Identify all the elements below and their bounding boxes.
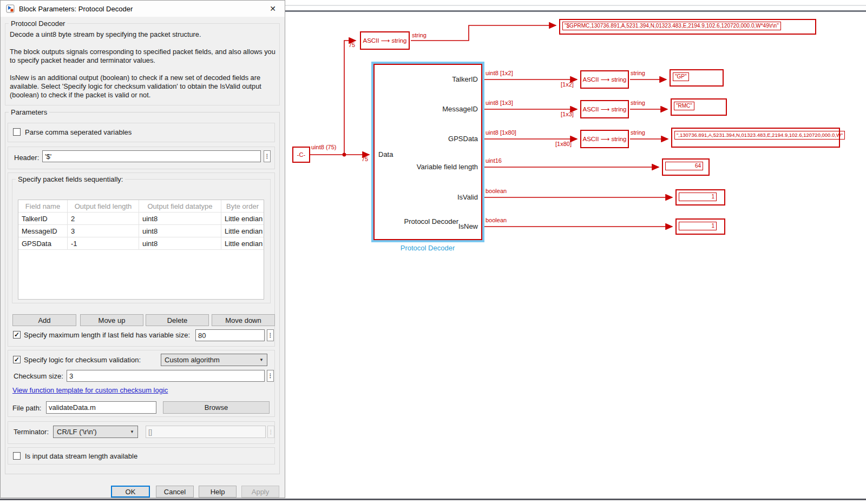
ascii-to-string-block-messageid[interactable]: ASCII ⟶ string [580, 100, 629, 118]
port-messageid: MessageID [442, 105, 478, 113]
cancel-button[interactable]: Cancel [156, 486, 194, 498]
display-value: 1 [679, 222, 717, 230]
signal-label-string: string [412, 32, 427, 38]
col-field-name: Field name [18, 200, 68, 213]
max-length-ellipsis-button[interactable]: ⋮ [267, 329, 274, 341]
max-length-label: Specify maximum length if last field has… [24, 331, 190, 339]
signal-label-uint16: uint16 [486, 157, 502, 164]
table-row[interactable]: GPSData -1 uint8 Little endian [18, 237, 264, 250]
file-path-input[interactable]: validateData.m [46, 401, 156, 414]
stream-length-label: Is input data stream length available [25, 452, 137, 460]
display-isnew[interactable]: 1 [675, 218, 725, 235]
display-talkerid[interactable]: "GP" [670, 69, 724, 87]
display-variable-field-length[interactable]: 64 [662, 158, 710, 176]
display-value: 64 [665, 162, 703, 170]
port-data: Data [378, 150, 393, 158]
table-row[interactable]: MessageID 3 uint8 Little endian [18, 225, 264, 237]
terminator-value: CR/LF ('\r\n') [57, 428, 97, 436]
table-header-row: Field name Output field length Output fi… [18, 200, 264, 213]
max-length-input[interactable]: 80 [195, 329, 265, 341]
cell[interactable]: Little endian [221, 237, 264, 250]
protocol-decoder-block[interactable]: Data TalkerID MessageID GPSData Variable… [373, 64, 482, 240]
signal-width-75: 75 [349, 42, 355, 48]
move-down-button[interactable]: Move down [212, 314, 275, 326]
ascii-to-string-label: ASCII ⟶ string [582, 76, 626, 83]
col-output-field-length: Output field length [68, 200, 139, 213]
cell[interactable]: uint8 [139, 237, 221, 250]
file-path-label: File path: [12, 404, 41, 412]
signal-label-uint8-1x3: uint8 [1x3] [486, 100, 513, 106]
port-gpsdata: GPSData [448, 135, 478, 143]
header-ellipsis-button[interactable]: ⋮ [264, 150, 271, 162]
header-input[interactable]: '$' [42, 150, 261, 162]
checksum-algorithm-dropdown[interactable]: Custom algorithm ▼ [161, 354, 267, 366]
display-full-string[interactable]: "$GPRMC,130736.891,A,5231.394,N,01323.48… [559, 19, 816, 35]
max-length-checkbox[interactable]: ✓ [13, 331, 21, 339]
cell[interactable]: 3 [68, 225, 139, 237]
help-button[interactable]: Help [199, 486, 237, 498]
ok-button[interactable]: OK [111, 486, 150, 498]
port-isvalid: IsValid [457, 193, 478, 201]
display-isvalid[interactable]: 1 [675, 189, 725, 205]
constant-block[interactable]: -C- [292, 147, 310, 163]
display-value: 1 [679, 193, 717, 201]
add-button[interactable]: Add [12, 314, 76, 326]
constant-label: -C- [297, 151, 305, 158]
ascii-to-string-label: ASCII ⟶ string [582, 105, 626, 113]
chevron-down-icon: ▼ [130, 429, 134, 434]
display-value: ",130736.891,A,5231.394,N,01323.483,E,21… [674, 131, 845, 140]
view-function-template-link[interactable]: View function template for custom checks… [12, 386, 168, 394]
terminator-dropdown[interactable]: CR/LF ('\r\n') ▼ [53, 426, 138, 438]
move-up-button[interactable]: Move up [80, 314, 143, 326]
signal-label-string: string [631, 100, 645, 106]
simulink-editor: -C- ASCII ⟶ string ASCII ⟶ string ASCII … [0, 0, 866, 504]
cell[interactable]: uint8 [139, 225, 221, 237]
terminator-custom-input: [] [146, 426, 266, 438]
header-label: Header: [14, 154, 39, 162]
parse-csv-label: Parse comma seperated variables [25, 128, 132, 136]
cell[interactable]: Little endian [221, 213, 264, 225]
signal-dim-1x3: [1x3] [561, 111, 574, 117]
chevron-down-icon: ▼ [259, 357, 264, 362]
display-gpsdata[interactable]: ",130736.891,A,5231.394,N,01323.483,E,21… [671, 128, 840, 148]
checksum-size-input[interactable]: 3 [67, 370, 265, 382]
decoder-caption[interactable]: Protocol Decoder [346, 244, 509, 252]
browse-button[interactable]: Browse [163, 401, 270, 414]
delete-button[interactable]: Delete [146, 314, 209, 326]
table-row[interactable]: TalkerID 2 uint8 Little endian [18, 213, 264, 225]
cell[interactable]: TalkerID [18, 213, 68, 225]
dialog-title: Block Parameters: Protocol Decoder [19, 5, 133, 13]
ascii-to-string-block-gpsdata[interactable]: ASCII ⟶ string [580, 130, 629, 148]
dialog-titlebar[interactable]: Block Parameters: Protocol Decoder ✕ [1, 1, 285, 17]
signal-label-string: string [631, 70, 645, 76]
stream-length-checkbox[interactable] [13, 452, 21, 460]
apply-button: Apply [241, 486, 279, 498]
description-line-1: Decode a uint8 byte stream by specifying… [10, 30, 276, 39]
signal-label-boolean: boolean [486, 188, 507, 194]
simulink-block-icon [6, 4, 15, 13]
port-variable-field-length: Variable field length [417, 163, 478, 171]
signal-dim-1x80: [1x80] [555, 141, 572, 147]
cell[interactable]: 2 [68, 213, 139, 225]
description-line-2: The block outputs signals corresponding … [10, 48, 279, 65]
cell[interactable]: -1 [68, 237, 139, 250]
signal-label-boolean: boolean [486, 217, 507, 223]
cell[interactable]: Little endian [221, 225, 264, 237]
checksum-algorithm-value: Custom algorithm [165, 356, 220, 364]
close-icon[interactable]: ✕ [266, 3, 279, 14]
port-talkerid: TalkerID [452, 75, 478, 83]
cell[interactable]: GPSData [18, 237, 68, 250]
ascii-to-string-block-talkerid[interactable]: ASCII ⟶ string [580, 70, 629, 89]
packet-fields-table[interactable]: Field name Output field length Output fi… [18, 200, 264, 300]
fields-fieldset-label: Specify packet fields sequentially: [16, 175, 125, 183]
decoder-inner-title: Protocol Decoder [404, 217, 458, 226]
cell[interactable]: MessageID [18, 225, 68, 237]
cell[interactable]: uint8 [139, 213, 221, 225]
checksum-size-ellipsis-button[interactable]: ⋮ [267, 370, 274, 382]
checksum-size-label: Checksum size: [14, 372, 63, 380]
checksum-checkbox[interactable]: ✓ [13, 356, 21, 363]
parse-csv-checkbox[interactable] [13, 128, 21, 136]
ascii-to-string-block-top[interactable]: ASCII ⟶ string [360, 31, 410, 50]
display-messageid[interactable]: "RMC" [671, 98, 727, 116]
ascii-to-string-label: ASCII ⟶ string [582, 135, 626, 143]
